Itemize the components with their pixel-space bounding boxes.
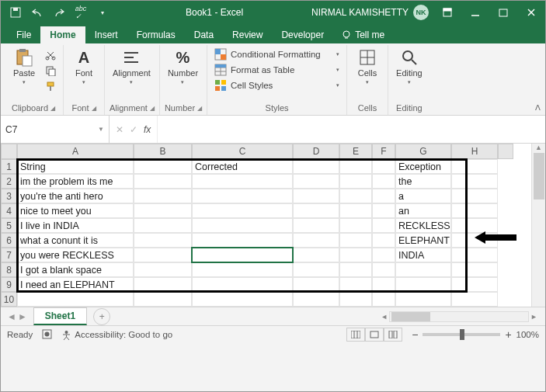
add-sheet-button[interactable]: + — [93, 308, 110, 325]
sheet-tab-sheet1[interactable]: Sheet1 — [33, 307, 87, 325]
cell-H7[interactable] — [451, 248, 498, 262]
tab-data[interactable]: Data — [185, 26, 223, 43]
qat-customize-button[interactable]: ▾ — [94, 4, 111, 21]
row-header-7[interactable]: 7 — [1, 248, 17, 262]
column-header-A[interactable]: A — [17, 144, 134, 159]
cell-D10[interactable] — [293, 292, 339, 307]
collapse-ribbon-button[interactable]: ᐱ — [535, 103, 541, 112]
cell-E8[interactable] — [339, 262, 372, 277]
cell-E10[interactable] — [339, 292, 372, 307]
accept-formula-button[interactable]: ✓ — [130, 124, 137, 135]
horizontal-scrollbar[interactable]: ◄ ► — [110, 311, 545, 322]
cell-E1[interactable] — [339, 159, 372, 174]
sheet-prev-button[interactable]: ◄ — [7, 311, 16, 322]
redo-button[interactable] — [50, 4, 68, 21]
page-layout-view-button[interactable] — [365, 328, 384, 342]
cell-C6[interactable] — [192, 233, 293, 248]
number-button[interactable]: % Number ▾ — [165, 47, 201, 87]
cell-H9[interactable] — [451, 277, 498, 292]
row-header-6[interactable]: 6 — [1, 233, 17, 248]
cell-F2[interactable] — [372, 174, 395, 189]
save-button[interactable] — [7, 4, 24, 21]
cell-G2[interactable]: the — [395, 174, 451, 189]
select-all-corner[interactable] — [1, 144, 17, 159]
cell-B3[interactable] — [134, 189, 192, 203]
format-as-table-button[interactable]: Format as Table▾ — [212, 62, 342, 78]
cell-C5[interactable] — [192, 218, 293, 233]
tab-developer[interactable]: Developer — [272, 26, 333, 43]
undo-button[interactable] — [29, 4, 46, 21]
editing-button[interactable]: Editing ▾ — [393, 47, 426, 87]
cell-A3[interactable]: you're the anti hero — [17, 189, 134, 203]
ribbon-options-button[interactable] — [433, 1, 461, 24]
cell-F3[interactable] — [372, 189, 395, 203]
cell-B7[interactable] — [134, 248, 192, 262]
fx-icon[interactable]: fx — [144, 124, 151, 135]
normal-view-button[interactable] — [346, 328, 365, 342]
tab-review[interactable]: Review — [223, 26, 272, 43]
cell-D6[interactable] — [293, 233, 339, 248]
row-header-8[interactable]: 8 — [1, 262, 17, 277]
alignment-dialog-launcher[interactable]: ◢ — [150, 105, 155, 112]
cell-A4[interactable]: nice to meet you — [17, 203, 134, 218]
cell-A1[interactable]: String — [17, 159, 134, 174]
cell-A2[interactable]: im the problem its me — [17, 174, 134, 189]
cell-C4[interactable] — [192, 203, 293, 218]
cell-F9[interactable] — [372, 277, 395, 292]
cancel-formula-button[interactable]: ✕ — [116, 124, 123, 135]
cut-button[interactable] — [43, 48, 58, 62]
font-button[interactable]: A Font ▾ — [68, 47, 99, 87]
cell-D7[interactable] — [293, 248, 339, 262]
cell-B10[interactable] — [134, 292, 192, 307]
zoom-out-button[interactable]: − — [412, 328, 418, 341]
cell-F8[interactable] — [372, 262, 395, 277]
cell-G10[interactable] — [395, 292, 451, 307]
tab-insert[interactable]: Insert — [85, 26, 127, 43]
cell-E7[interactable] — [339, 248, 372, 262]
column-header-F[interactable]: F — [372, 144, 395, 159]
cells-button[interactable]: Cells ▾ — [352, 47, 383, 87]
cell-F4[interactable] — [372, 203, 395, 218]
autocorrect-icon[interactable]: abc✓ — [72, 4, 89, 21]
cell-A10[interactable] — [17, 292, 134, 307]
sheet-next-button[interactable]: ► — [18, 311, 27, 322]
cell-E2[interactable] — [339, 174, 372, 189]
cell-D8[interactable] — [293, 262, 339, 277]
copy-button[interactable] — [43, 64, 58, 78]
row-header-2[interactable]: 2 — [1, 174, 17, 189]
column-header-G[interactable]: G — [395, 144, 451, 159]
close-button[interactable] — [517, 1, 545, 24]
column-header-D[interactable]: D — [293, 144, 339, 159]
cell-H10[interactable] — [451, 292, 498, 307]
cell-C7[interactable] — [192, 248, 293, 262]
cell-D1[interactable] — [293, 159, 339, 174]
cell-E3[interactable] — [339, 189, 372, 203]
cell-D3[interactable] — [293, 189, 339, 203]
format-painter-button[interactable] — [43, 79, 58, 93]
cell-B1[interactable] — [134, 159, 192, 174]
paste-button[interactable]: Paste ▾ — [9, 47, 40, 87]
cell-H8[interactable] — [451, 262, 498, 277]
maximize-button[interactable] — [489, 1, 517, 24]
cell-D4[interactable] — [293, 203, 339, 218]
cell-G8[interactable] — [395, 262, 451, 277]
conditional-formatting-button[interactable]: Conditional Formatting▾ — [212, 47, 342, 62]
cell-E5[interactable] — [339, 218, 372, 233]
cell-D5[interactable] — [293, 218, 339, 233]
cell-F5[interactable] — [372, 218, 395, 233]
cell-E6[interactable] — [339, 233, 372, 248]
row-header-10[interactable]: 10 — [1, 292, 17, 307]
cell-G4[interactable]: an — [395, 203, 451, 218]
cell-C3[interactable] — [192, 189, 293, 203]
tell-me-button[interactable]: Tell me — [333, 26, 392, 43]
cell-G6[interactable]: ELEPHANT — [395, 233, 451, 248]
clipboard-dialog-launcher[interactable]: ◢ — [50, 105, 55, 112]
column-header-E[interactable]: E — [339, 144, 372, 159]
cell-B8[interactable] — [134, 262, 192, 277]
row-header-3[interactable]: 3 — [1, 189, 17, 203]
tab-formulas[interactable]: Formulas — [127, 26, 185, 43]
cell-H2[interactable] — [451, 174, 498, 189]
row-header-5[interactable]: 5 — [1, 218, 17, 233]
tab-file[interactable]: File — [7, 26, 40, 43]
cell-G7[interactable]: INDIA — [395, 248, 451, 262]
